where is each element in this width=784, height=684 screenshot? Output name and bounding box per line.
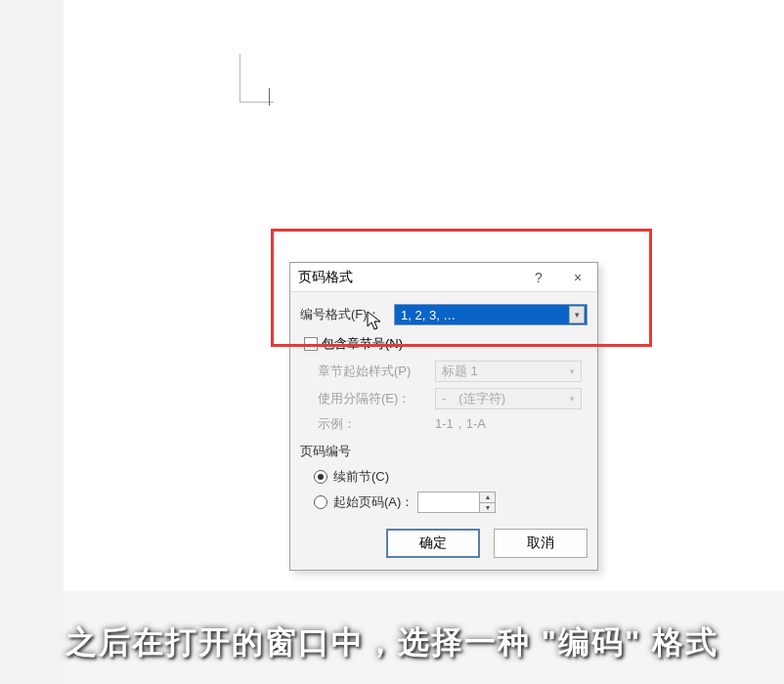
dialog-title: 页码格式: [298, 269, 519, 286]
include-chapter-row: 包含章节号(N): [304, 335, 588, 353]
start-at-label: 起始页码(A)：: [333, 493, 414, 511]
example-label: 示例：: [318, 415, 435, 433]
chapter-style-dropdown: 标题 1 ▾: [435, 361, 582, 382]
sidebar-left-gutter: [0, 0, 64, 684]
close-button[interactable]: ×: [558, 263, 597, 292]
continue-previous-row: 续前节(C): [314, 468, 588, 486]
start-at-radio[interactable]: [314, 495, 327, 509]
start-at-row: 起始页码(A)： ▲ ▼: [314, 492, 588, 513]
continue-previous-label: 续前节(C): [333, 468, 389, 486]
separator-dropdown: - (连字符) ▾: [435, 388, 582, 409]
continue-previous-radio[interactable]: [314, 470, 327, 484]
include-chapter-checkbox[interactable]: [304, 337, 318, 351]
page-number-format-dialog: 页码格式 ? × 编号格式(F)： 1, 2, 3, … ▾ 包含章节号(N) …: [289, 262, 598, 571]
number-format-row: 编号格式(F)： 1, 2, 3, … ▾: [300, 304, 588, 325]
spinner-down-button[interactable]: ▼: [480, 502, 495, 513]
page-numbering-header: 页码编号: [300, 443, 588, 460]
cancel-button[interactable]: 取消: [494, 529, 588, 558]
chapter-options-section: 章节起始样式(P) 标题 1 ▾ 使用分隔符(E)： - (连字符) ▾ 示例：…: [318, 361, 588, 433]
chapter-style-label: 章节起始样式(P): [318, 363, 435, 380]
start-at-spinner[interactable]: ▲ ▼: [417, 492, 496, 513]
number-format-label: 编号格式(F)：: [300, 306, 394, 323]
start-at-value[interactable]: [418, 492, 479, 512]
tutorial-caption: 之后在打开的窗口中，选择一种 "编码" 格式: [0, 621, 784, 664]
radio-selected-dot: [318, 474, 324, 480]
example-value: 1-1，1-A: [435, 415, 486, 433]
separator-label: 使用分隔符(E)：: [318, 390, 435, 407]
dialog-body: 编号格式(F)： 1, 2, 3, … ▾ 包含章节号(N) 章节起始样式(P)…: [290, 292, 597, 570]
number-format-value: 1, 2, 3, …: [401, 308, 456, 322]
chevron-down-icon: ▾: [569, 306, 585, 323]
text-cursor: [269, 88, 272, 106]
number-format-dropdown[interactable]: 1, 2, 3, … ▾: [394, 304, 588, 325]
help-button[interactable]: ?: [519, 263, 558, 292]
chevron-down-icon: ▾: [570, 394, 575, 404]
spinner-up-button[interactable]: ▲: [480, 492, 495, 502]
ok-button[interactable]: 确定: [386, 529, 480, 558]
chevron-down-icon: ▾: [570, 366, 575, 376]
separator-value: - (连字符): [442, 390, 505, 407]
dialog-titlebar[interactable]: 页码格式 ? ×: [290, 263, 597, 292]
dialog-button-row: 确定 取消: [300, 529, 588, 558]
chapter-style-value: 标题 1: [442, 363, 478, 380]
include-chapter-label: 包含章节号(N): [322, 335, 403, 353]
